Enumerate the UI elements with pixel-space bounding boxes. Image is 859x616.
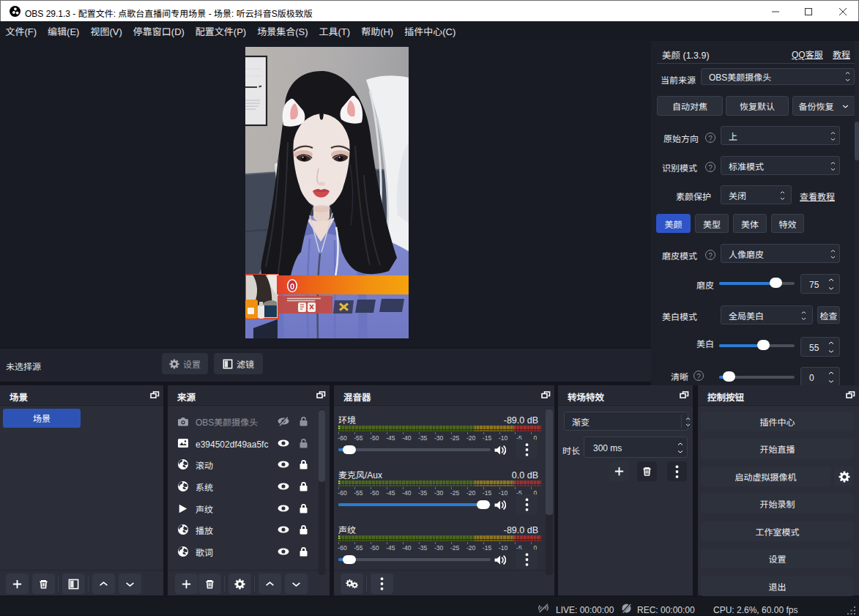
- svg-text:0: 0: [290, 282, 294, 291]
